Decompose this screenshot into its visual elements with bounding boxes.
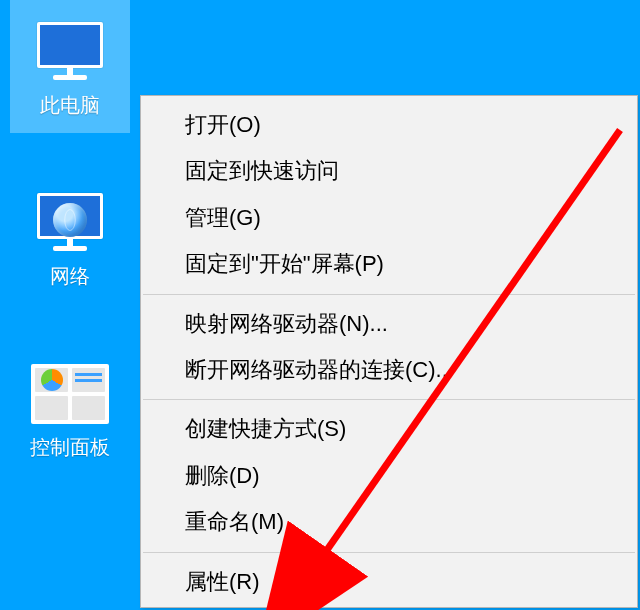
menu-item-pin-quick-access[interactable]: 固定到快速访问 [141, 148, 637, 194]
desktop-icon-label: 网络 [10, 263, 130, 304]
network-icon [30, 193, 110, 257]
menu-separator [143, 399, 635, 400]
menu-item-delete[interactable]: 删除(D) [141, 453, 637, 499]
menu-item-create-shortcut[interactable]: 创建快捷方式(S) [141, 406, 637, 452]
computer-icon [30, 22, 110, 86]
desktop-icon-this-pc[interactable]: 此电脑 [10, 0, 130, 133]
desktop-icons: 此电脑 网络 控制面板 [0, 0, 140, 475]
menu-item-properties[interactable]: 属性(R) [141, 559, 637, 605]
desktop-icon-label: 此电脑 [10, 92, 130, 133]
desktop-icon-network[interactable]: 网络 [10, 133, 130, 304]
menu-separator [143, 552, 635, 553]
menu-item-map-network-drive[interactable]: 映射网络驱动器(N)... [141, 301, 637, 347]
menu-item-manage[interactable]: 管理(G) [141, 195, 637, 241]
menu-item-disconnect-network-drive[interactable]: 断开网络驱动器的连接(C)... [141, 347, 637, 393]
control-panel-icon [30, 364, 110, 428]
context-menu: 打开(O) 固定到快速访问 管理(G) 固定到"开始"屏幕(P) 映射网络驱动器… [140, 95, 638, 608]
menu-item-pin-start[interactable]: 固定到"开始"屏幕(P) [141, 241, 637, 287]
menu-item-rename[interactable]: 重命名(M) [141, 499, 637, 545]
menu-item-open[interactable]: 打开(O) [141, 102, 637, 148]
desktop-icon-label: 控制面板 [10, 434, 130, 475]
menu-separator [143, 294, 635, 295]
desktop-icon-control-panel[interactable]: 控制面板 [10, 304, 130, 475]
